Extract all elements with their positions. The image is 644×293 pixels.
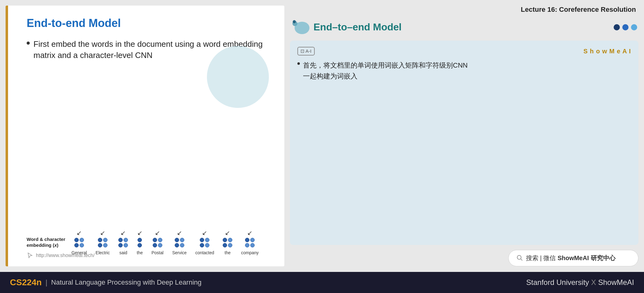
right-panel: Lecture 16: Coreference Resolution End–t…: [290, 6, 638, 266]
lecture-title: Lecture 16: Coreference Resolution: [290, 6, 638, 14]
highlight-circle: [207, 46, 269, 108]
right-header: End–to–end Model: [290, 19, 638, 36]
translation-bullet: 首先，将文档里的单词使用词嵌入矩阵和字符级别CNN一起构建为词嵌入: [297, 60, 631, 82]
course-name: Natural Language Processing with Deep Le…: [51, 278, 202, 286]
bottom-right: Stanford University X ShowMeAI: [526, 278, 634, 287]
word-columns: ↙ General ↙ Electric: [72, 229, 259, 255]
word-col-general: ↙ General: [72, 229, 87, 255]
word-label-company: company: [241, 250, 259, 255]
svg-point-1: [295, 22, 309, 34]
url-text: http://www.showmeai.tech/: [36, 253, 94, 258]
search-icon: [516, 254, 523, 262]
word-label-postal: Postal: [151, 250, 164, 255]
showmeai-text: ShowMeAI: [598, 278, 634, 286]
cursor-icon: [27, 252, 33, 259]
svg-point-2: [293, 20, 296, 23]
word-col-contacted: ↙ contacted: [195, 229, 214, 255]
bottom-left: CS224n | Natural Language Processing wit…: [10, 277, 202, 287]
word-label-service: Service: [172, 250, 187, 255]
word-label-electric: Electric: [96, 250, 110, 255]
word-col-company: ↙ company: [241, 229, 259, 255]
ai-badge-text: ⊡ A-I: [300, 48, 312, 54]
divider-bar: |: [46, 278, 47, 287]
bullet-dot: [27, 42, 30, 45]
nav-dot-1[interactable]: [614, 24, 620, 30]
word-label-the2: the: [225, 250, 230, 255]
ai-badge: ⊡ A-I: [297, 47, 315, 55]
svg-point-3: [517, 255, 521, 259]
model-title: End–to–end Model: [313, 21, 401, 33]
showmeai-brand: S h o w M e A I: [583, 48, 631, 55]
svg-line-4: [521, 259, 522, 260]
main-content: End-to-end Model First embed the words i…: [0, 0, 644, 272]
bottom-bar: CS224n | Natural Language Processing wit…: [0, 272, 644, 293]
word-col-postal: ↙ Postal: [151, 229, 164, 255]
word-label-the1: the: [137, 250, 142, 255]
x-symbol: X: [591, 278, 598, 286]
translation-dot: [297, 62, 300, 65]
word-col-said: ↙ said: [118, 229, 128, 255]
word-col-the1: ↙ the: [137, 229, 142, 255]
word-col-the2: ↙ the: [223, 229, 232, 255]
model-icon: [291, 19, 310, 36]
translation-text: 首先，将文档里的单词使用词嵌入矩阵和字符级别CNN一起构建为词嵌入: [303, 60, 468, 82]
stanford-text: Stanford University: [526, 278, 589, 286]
word-label-contacted: contacted: [195, 250, 214, 255]
embedding-diagram: Word & characterembedding (x) ↙ General …: [27, 223, 269, 255]
model-header: End–to–end Model: [291, 19, 401, 36]
nav-dot-3[interactable]: [631, 24, 637, 30]
search-text: 搜索 | 微信 ShowMeAI 研究中心: [526, 254, 616, 262]
nav-dot-2[interactable]: [622, 24, 629, 30]
slide-panel: End-to-end Model First embed the words i…: [6, 6, 284, 266]
word-col-service: ↙ Service: [172, 229, 187, 255]
nav-dots: [614, 24, 637, 30]
search-bar[interactable]: 搜索 | 微信 ShowMeAI 研究中心: [508, 250, 638, 266]
word-label-said: said: [119, 250, 127, 255]
translation-card: ⊡ A-I S h o w M e A I 首先，将文档里的单词使用词嵌入矩阵和…: [290, 41, 638, 245]
slide-title: End-to-end Model: [27, 17, 269, 30]
word-col-electric: ↙ Electric: [96, 229, 110, 255]
embedding-label: Word & characterembedding (x): [27, 236, 65, 248]
slide-url: http://www.showmeai.tech/: [27, 252, 94, 259]
course-code: CS224n: [10, 277, 42, 287]
card-header: ⊡ A-I S h o w M e A I: [297, 47, 631, 55]
